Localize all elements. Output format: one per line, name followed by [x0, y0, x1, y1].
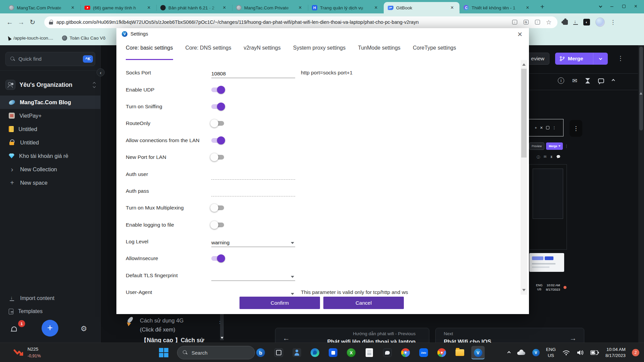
- page-scrollbar[interactable]: [638, 45, 644, 343]
- notifications-bell-icon[interactable]: [11, 326, 17, 333]
- onedrive-icon[interactable]: [517, 350, 526, 356]
- confirm-button[interactable]: Confirm: [239, 297, 320, 309]
- merge-dropdown-arrow[interactable]: [593, 53, 608, 65]
- browser-menu-icon[interactable]: ⋮: [610, 19, 616, 26]
- minimize-button[interactable]: –: [610, 3, 613, 9]
- templates-button[interactable]: Templates: [9, 308, 43, 314]
- toggle-switch[interactable]: [211, 256, 224, 261]
- tab-close-icon[interactable]: ×: [146, 5, 152, 11]
- people-taskbar-button[interactable]: [290, 346, 304, 359]
- send-to-device-icon[interactable]: ↓: [511, 18, 519, 26]
- forward-button[interactable]: →: [15, 18, 27, 26]
- close-window-button[interactable]: ×: [634, 3, 637, 9]
- sidebar-collapse-button[interactable]: ‹: [97, 68, 105, 76]
- toggle-switch[interactable]: [211, 155, 224, 160]
- quick-find-input[interactable]: Quick find ^K: [5, 52, 95, 66]
- wifi-icon[interactable]: [562, 350, 570, 356]
- new-tab-button[interactable]: +: [537, 2, 547, 12]
- dialog-scrollbar[interactable]: [521, 60, 527, 295]
- battery-icon[interactable]: [590, 350, 599, 355]
- edge-taskbar-button[interactable]: [308, 346, 322, 359]
- text-input[interactable]: [211, 171, 295, 180]
- import-content-button[interactable]: Import content: [9, 295, 54, 302]
- extensions-puzzle-icon[interactable]: [563, 20, 568, 25]
- browser-tab[interactable]: MangTac.Com Private×: [5, 2, 80, 13]
- organization-switcher[interactable]: Yêu's Organization: [5, 79, 95, 91]
- reload-button[interactable]: ↻: [27, 18, 38, 26]
- browser-tab[interactable]: Trang quản lý dịch vụ×: [308, 2, 384, 13]
- v2rayn-taskbar-button[interactable]: [471, 346, 485, 359]
- notification-center-badge[interactable]: 2: [632, 349, 639, 356]
- address-bar[interactable]: app.gitbook.com/o/Hu069m1fklb4qW72UOs5/s…: [44, 16, 557, 28]
- dark-reader-extension-icon[interactable]: ◐: [583, 19, 590, 25]
- comments-icon[interactable]: [598, 78, 604, 83]
- bookmark-star-icon[interactable]: ☆: [545, 18, 553, 26]
- hourglass-icon[interactable]: [585, 78, 590, 84]
- xbox-taskbar-button[interactable]: [344, 346, 358, 359]
- collapse-toolbar-chevron-icon[interactable]: [612, 79, 615, 82]
- toggle-switch[interactable]: [211, 87, 224, 92]
- photos-taskbar-button[interactable]: [272, 346, 285, 359]
- sidebar-item[interactable]: VietPay+: [0, 109, 101, 122]
- merge-button[interactable]: Merge: [555, 53, 608, 65]
- browser-tab[interactable]: GitBook×: [384, 2, 460, 13]
- toggle-switch[interactable]: [211, 121, 224, 126]
- back-button[interactable]: ←: [4, 18, 15, 26]
- start-button[interactable]: [159, 348, 168, 357]
- tab-close-icon[interactable]: ×: [449, 5, 455, 11]
- downloads-icon[interactable]: [573, 19, 578, 25]
- scroll-up-icon[interactable]: [522, 63, 526, 66]
- tab-search-chevron-icon[interactable]: [599, 4, 602, 8]
- sidebar-item[interactable]: Kho tài khoản giá rẻ: [0, 149, 101, 163]
- toc-scrollbar[interactable]: [220, 313, 224, 340]
- lock-icon[interactable]: [49, 20, 53, 24]
- text-input[interactable]: [211, 188, 295, 196]
- chrome-taskbar-button[interactable]: [399, 346, 412, 359]
- settings-gear-icon[interactable]: ⚙: [80, 325, 87, 333]
- text-input[interactable]: 10808: [211, 69, 295, 78]
- toggle-switch[interactable]: [211, 223, 224, 227]
- bookmark-item[interactable]: /apple-touch-icon....: [7, 36, 53, 41]
- sidebar-item[interactable]: New space: [0, 176, 101, 189]
- notepad-taskbar-button[interactable]: [363, 346, 376, 359]
- stock-weather-widget[interactable]: N225 -0,91%: [13, 346, 41, 359]
- tab-close-icon[interactable]: ×: [70, 5, 76, 11]
- zalo-taskbar-button[interactable]: [417, 346, 430, 359]
- dialog-close-icon[interactable]: ✕: [516, 30, 524, 39]
- profile-avatar[interactable]: [595, 17, 605, 27]
- chrome-2-taskbar-button[interactable]: [435, 346, 448, 359]
- tab-close-icon[interactable]: ×: [297, 5, 303, 11]
- toggle-switch[interactable]: [211, 138, 224, 143]
- toggle-switch[interactable]: [211, 104, 224, 109]
- tray-overflow-chevron-icon[interactable]: [507, 351, 511, 354]
- add-space-button[interactable]: +: [42, 320, 58, 337]
- toggle-switch[interactable]: [211, 205, 224, 210]
- sidebar-item[interactable]: Untitled: [0, 122, 101, 136]
- toc-item-4g[interactable]: Cách sử dụng 4G (Click để xem) ›: [126, 316, 221, 334]
- dialog-tab[interactable]: System proxy settings: [293, 45, 346, 60]
- browser-tab[interactable]: MangTac.Com Private×: [232, 2, 308, 13]
- bing-taskbar-button[interactable]: [254, 346, 267, 359]
- tab-close-icon[interactable]: ×: [373, 5, 379, 11]
- bookmark-item[interactable]: Toàn Cầu Cao Võ: [62, 36, 106, 41]
- language-indicator[interactable]: ENGUS: [546, 347, 556, 358]
- scroll-down-icon[interactable]: [522, 289, 526, 291]
- tab-close-icon[interactable]: ×: [221, 5, 227, 11]
- blueapp-taskbar-button[interactable]: [326, 346, 340, 359]
- dropdown-select[interactable]: [211, 272, 295, 281]
- scrollbar-thumb[interactable]: [521, 69, 527, 158]
- sidebar-item[interactable]: Untitled: [0, 136, 101, 149]
- dialog-tab[interactable]: TunMode settings: [358, 45, 400, 60]
- dropdown-select[interactable]: warning: [211, 238, 295, 247]
- file-explorer-taskbar-button[interactable]: [453, 346, 467, 359]
- v2rayn-tray-icon[interactable]: V: [532, 349, 540, 356]
- translate-icon[interactable]: G: [522, 18, 530, 26]
- dialog-tab[interactable]: Core: basic settings: [126, 45, 173, 60]
- dialog-tab[interactable]: Core: DNS settings: [185, 45, 231, 60]
- messenger-taskbar-button[interactable]: [381, 346, 394, 359]
- browser-tab[interactable]: Thiết kế không tên - 1×: [460, 2, 535, 13]
- inbox-icon[interactable]: ✉: [572, 78, 577, 84]
- browser-tab[interactable]: Bản phát hành 6.21 · 2×: [156, 2, 232, 13]
- tab-close-icon[interactable]: ×: [525, 5, 531, 11]
- browser-tab[interactable]: (66) game máy tính h×: [80, 2, 156, 13]
